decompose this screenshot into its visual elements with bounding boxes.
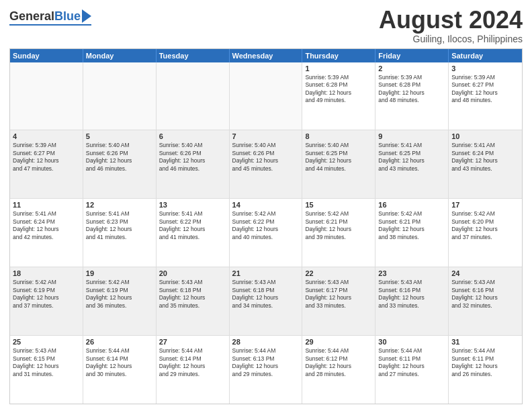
day-number-9: 9 bbox=[378, 132, 445, 140]
day-content-3: Sunrise: 5:39 AMSunset: 6:27 PMDaylight:… bbox=[451, 74, 519, 105]
header-saturday: Saturday bbox=[449, 49, 522, 62]
day-number-6: 6 bbox=[159, 132, 226, 140]
day-cell-28: 28Sunrise: 5:44 AMSunset: 6:13 PMDayligh… bbox=[230, 336, 303, 404]
day-cell-1: 1Sunrise: 5:39 AMSunset: 6:28 PMDaylight… bbox=[302, 62, 375, 130]
logo-general: General bbox=[9, 9, 54, 24]
day-number-7: 7 bbox=[232, 132, 300, 140]
day-number-22: 22 bbox=[305, 269, 372, 277]
day-cell-3: 3Sunrise: 5:39 AMSunset: 6:27 PMDaylight… bbox=[449, 62, 522, 130]
day-number-16: 16 bbox=[378, 201, 445, 209]
logo-arrow-icon bbox=[82, 9, 91, 23]
day-number-19: 19 bbox=[86, 269, 153, 277]
header-sunday: Sunday bbox=[10, 49, 83, 62]
day-content-5: Sunrise: 5:40 AMSunset: 6:26 PMDaylight:… bbox=[86, 142, 153, 173]
day-content-6: Sunrise: 5:40 AMSunset: 6:26 PMDaylight:… bbox=[159, 142, 226, 173]
day-number-30: 30 bbox=[378, 338, 445, 346]
day-cell-18: 18Sunrise: 5:42 AMSunset: 6:19 PMDayligh… bbox=[10, 267, 83, 335]
header-tuesday: Tuesday bbox=[157, 49, 230, 62]
day-content-29: Sunrise: 5:44 AMSunset: 6:12 PMDaylight:… bbox=[305, 347, 372, 378]
day-content-31: Sunrise: 5:44 AMSunset: 6:11 PMDaylight:… bbox=[451, 347, 519, 378]
day-content-20: Sunrise: 5:43 AMSunset: 6:18 PMDaylight:… bbox=[159, 279, 226, 310]
empty-cell-w0-d1 bbox=[83, 62, 157, 130]
day-number-31: 31 bbox=[451, 338, 519, 346]
day-cell-4: 4Sunrise: 5:39 AMSunset: 6:27 PMDaylight… bbox=[10, 130, 83, 198]
day-cell-29: 29Sunrise: 5:44 AMSunset: 6:12 PMDayligh… bbox=[302, 336, 375, 404]
day-number-18: 18 bbox=[13, 269, 80, 277]
day-number-10: 10 bbox=[451, 132, 519, 140]
day-cell-14: 14Sunrise: 5:42 AMSunset: 6:22 PMDayligh… bbox=[230, 199, 303, 267]
day-content-28: Sunrise: 5:44 AMSunset: 6:13 PMDaylight:… bbox=[232, 347, 300, 378]
day-number-17: 17 bbox=[451, 201, 519, 209]
day-content-4: Sunrise: 5:39 AMSunset: 6:27 PMDaylight:… bbox=[13, 142, 80, 173]
day-number-4: 4 bbox=[13, 132, 80, 140]
header-wednesday: Wednesday bbox=[230, 49, 303, 62]
day-content-27: Sunrise: 5:44 AMSunset: 6:14 PMDaylight:… bbox=[159, 347, 226, 378]
day-content-21: Sunrise: 5:43 AMSunset: 6:18 PMDaylight:… bbox=[232, 279, 300, 310]
logo: General Blue bbox=[9, 7, 91, 26]
day-number-24: 24 bbox=[451, 269, 519, 277]
day-content-17: Sunrise: 5:42 AMSunset: 6:20 PMDaylight:… bbox=[451, 210, 519, 241]
week-3: 11Sunrise: 5:41 AMSunset: 6:24 PMDayligh… bbox=[10, 199, 522, 267]
day-number-15: 15 bbox=[305, 201, 372, 209]
day-content-1: Sunrise: 5:39 AMSunset: 6:28 PMDaylight:… bbox=[305, 74, 372, 105]
empty-cell-w0-d2 bbox=[157, 62, 230, 130]
day-number-20: 20 bbox=[159, 269, 226, 277]
day-cell-11: 11Sunrise: 5:41 AMSunset: 6:24 PMDayligh… bbox=[10, 199, 83, 267]
day-content-30: Sunrise: 5:44 AMSunset: 6:11 PMDaylight:… bbox=[378, 347, 445, 378]
calendar-body: 1Sunrise: 5:39 AMSunset: 6:28 PMDaylight… bbox=[10, 62, 522, 404]
day-cell-12: 12Sunrise: 5:41 AMSunset: 6:23 PMDayligh… bbox=[83, 199, 157, 267]
logo-line bbox=[9, 24, 91, 26]
day-number-29: 29 bbox=[305, 338, 372, 346]
week-1: 1Sunrise: 5:39 AMSunset: 6:28 PMDaylight… bbox=[10, 62, 522, 131]
day-cell-17: 17Sunrise: 5:42 AMSunset: 6:20 PMDayligh… bbox=[449, 199, 522, 267]
empty-cell-w0-d0 bbox=[10, 62, 83, 130]
day-content-11: Sunrise: 5:41 AMSunset: 6:24 PMDaylight:… bbox=[13, 210, 80, 241]
day-cell-13: 13Sunrise: 5:41 AMSunset: 6:22 PMDayligh… bbox=[157, 199, 230, 267]
day-cell-15: 15Sunrise: 5:42 AMSunset: 6:21 PMDayligh… bbox=[302, 199, 375, 267]
day-cell-30: 30Sunrise: 5:44 AMSunset: 6:11 PMDayligh… bbox=[375, 336, 449, 404]
day-cell-23: 23Sunrise: 5:43 AMSunset: 6:16 PMDayligh… bbox=[375, 267, 449, 335]
day-number-11: 11 bbox=[13, 201, 80, 209]
day-content-9: Sunrise: 5:41 AMSunset: 6:25 PMDaylight:… bbox=[378, 142, 445, 173]
day-number-26: 26 bbox=[86, 338, 153, 346]
day-number-14: 14 bbox=[232, 201, 300, 209]
day-content-2: Sunrise: 5:39 AMSunset: 6:28 PMDaylight:… bbox=[378, 74, 445, 105]
header-monday: Monday bbox=[83, 49, 157, 62]
day-content-15: Sunrise: 5:42 AMSunset: 6:21 PMDaylight:… bbox=[305, 210, 372, 241]
day-content-26: Sunrise: 5:44 AMSunset: 6:14 PMDaylight:… bbox=[86, 347, 153, 378]
page: General Blue August 2024 Guiling, Ilocos… bbox=[0, 0, 532, 411]
day-content-8: Sunrise: 5:40 AMSunset: 6:25 PMDaylight:… bbox=[305, 142, 372, 173]
day-cell-20: 20Sunrise: 5:43 AMSunset: 6:18 PMDayligh… bbox=[157, 267, 230, 335]
day-cell-9: 9Sunrise: 5:41 AMSunset: 6:25 PMDaylight… bbox=[375, 130, 449, 198]
day-number-12: 12 bbox=[86, 201, 153, 209]
day-cell-19: 19Sunrise: 5:42 AMSunset: 6:19 PMDayligh… bbox=[83, 267, 157, 335]
empty-cell-w0-d3 bbox=[230, 62, 303, 130]
day-cell-31: 31Sunrise: 5:44 AMSunset: 6:11 PMDayligh… bbox=[449, 336, 522, 404]
day-cell-27: 27Sunrise: 5:44 AMSunset: 6:14 PMDayligh… bbox=[157, 336, 230, 404]
day-number-25: 25 bbox=[13, 338, 80, 346]
header-thursday: Thursday bbox=[302, 49, 375, 62]
day-number-2: 2 bbox=[378, 64, 445, 73]
day-content-23: Sunrise: 5:43 AMSunset: 6:16 PMDaylight:… bbox=[378, 279, 445, 310]
day-number-27: 27 bbox=[159, 338, 226, 346]
day-number-1: 1 bbox=[305, 64, 372, 73]
header: General Blue August 2024 Guiling, Ilocos… bbox=[9, 7, 523, 44]
day-cell-25: 25Sunrise: 5:43 AMSunset: 6:15 PMDayligh… bbox=[10, 336, 83, 404]
day-number-3: 3 bbox=[451, 64, 519, 73]
header-friday: Friday bbox=[375, 49, 449, 62]
week-2: 4Sunrise: 5:39 AMSunset: 6:27 PMDaylight… bbox=[10, 130, 522, 199]
day-number-28: 28 bbox=[232, 338, 300, 346]
day-number-8: 8 bbox=[305, 132, 372, 140]
day-content-18: Sunrise: 5:42 AMSunset: 6:19 PMDaylight:… bbox=[13, 279, 80, 310]
day-cell-8: 8Sunrise: 5:40 AMSunset: 6:25 PMDaylight… bbox=[302, 130, 375, 198]
logo-blue: Blue bbox=[54, 9, 81, 24]
day-number-13: 13 bbox=[159, 201, 226, 209]
day-content-10: Sunrise: 5:41 AMSunset: 6:24 PMDaylight:… bbox=[451, 142, 519, 173]
day-content-19: Sunrise: 5:42 AMSunset: 6:19 PMDaylight:… bbox=[86, 279, 153, 310]
day-content-12: Sunrise: 5:41 AMSunset: 6:23 PMDaylight:… bbox=[86, 210, 153, 241]
day-cell-21: 21Sunrise: 5:43 AMSunset: 6:18 PMDayligh… bbox=[230, 267, 303, 335]
day-number-23: 23 bbox=[378, 269, 445, 277]
day-number-5: 5 bbox=[86, 132, 153, 140]
calendar-header: Sunday Monday Tuesday Wednesday Thursday… bbox=[10, 49, 522, 62]
day-content-13: Sunrise: 5:41 AMSunset: 6:22 PMDaylight:… bbox=[159, 210, 226, 241]
